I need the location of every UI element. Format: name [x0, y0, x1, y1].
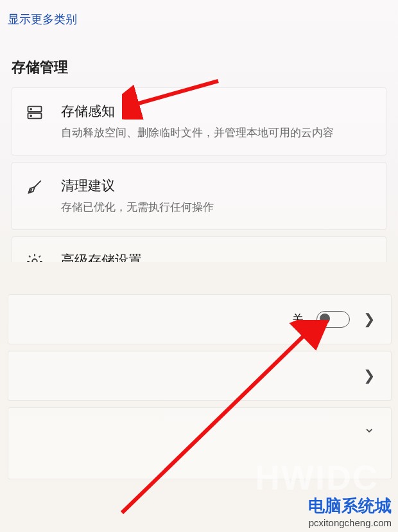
- chevron-right-icon: ❯: [363, 311, 376, 328]
- broom-icon: [24, 177, 46, 196]
- expand-panel-2[interactable]: ⌄: [8, 407, 392, 479]
- expand-panel-1[interactable]: ❯: [8, 351, 392, 401]
- storage-sense-title: 存储感知: [61, 102, 374, 120]
- svg-point-3: [30, 115, 31, 116]
- storage-sense-card[interactable]: 存储感知 自动释放空间、删除临时文件，并管理本地可用的云内容: [12, 87, 386, 155]
- cleanup-subtitle: 存储已优化，无需执行任何操作: [61, 200, 374, 215]
- storage-icon: [24, 102, 46, 121]
- toggle-switch[interactable]: [316, 311, 350, 328]
- cleanup-recommendations-card[interactable]: 清理建议 存储已优化，无需执行任何操作: [12, 162, 386, 230]
- cleanup-title: 清理建议: [61, 177, 374, 195]
- storage-management-heading: 存储管理: [12, 58, 390, 77]
- toggle-state-label: 关: [292, 312, 304, 327]
- chevron-down-icon: ⌄: [363, 420, 376, 436]
- chevron-right-icon: ❯: [363, 368, 376, 384]
- show-more-categories-link[interactable]: 显示更多类别: [8, 12, 77, 27]
- svg-point-2: [30, 109, 31, 110]
- storage-sense-subtitle: 自动释放空间、删除临时文件，并管理本地可用的云内容: [61, 125, 374, 141]
- toggle-panel[interactable]: 关 ❯: [8, 294, 392, 344]
